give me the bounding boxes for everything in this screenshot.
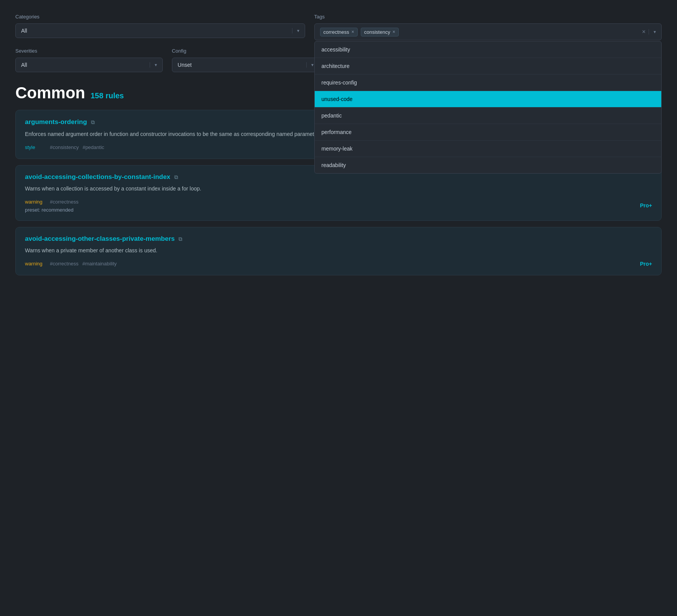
rule-header-2: avoid-accessing-collections-by-constant-… [25,173,652,181]
severity-badge-style: style [25,144,46,151]
severities-label: Severities [15,48,163,54]
preset-recommended: preset: recommended [25,207,73,213]
rule-tags-row-3: warning #correctness #maintainability [25,260,117,267]
categories-filter-group: Categories All ▾ [15,14,305,40]
tag-chip-correctness: correctness × [320,28,358,36]
rules-count: 158 rules [91,91,124,100]
tag-maintainability: #maintainability [82,261,117,267]
tag-pedantic: #pedantic [83,144,104,150]
categories-select[interactable]: All ▾ [15,23,305,38]
tags-filter-group: Tags correctness × consistency × × ▾ [314,14,662,40]
tag-correctness-remove[interactable]: × [352,29,354,35]
copy-icon-avoid-private-members[interactable]: ⧉ [178,236,182,242]
filters-row-1: Categories All ▾ Tags correctness × cons… [15,14,662,40]
rule-footer-3: warning #correctness #maintainability Pr… [25,260,652,267]
severity-badge-warning-2: warning [25,260,46,267]
dropdown-item-pedantic[interactable]: pedantic [315,108,661,124]
config-select[interactable]: Unset ▾ [172,58,319,72]
page-container: Categories All ▾ Tags correctness × cons… [0,0,677,295]
dropdown-item-requires-config[interactable]: requires-config [315,75,661,91]
rule-name-arguments-ordering[interactable]: arguments-ordering [25,118,87,126]
rule-description-avoid-collections: Warns when a collection is accessed by a… [25,185,652,193]
tag-consistency-label: consistency [364,29,390,35]
rule-name-avoid-collections[interactable]: avoid-accessing-collections-by-constant-… [25,173,170,181]
copy-icon-avoid-collections[interactable]: ⧉ [174,174,178,180]
tags-input-box[interactable]: correctness × consistency × × ▾ [314,23,662,40]
severities-chevron-icon: ▾ [150,62,157,68]
tags-label: Tags [314,14,662,20]
dropdown-item-architecture[interactable]: architecture [315,58,661,75]
tags-filter-wrapper: correctness × consistency × × ▾ accessib… [314,23,662,40]
tags-clear-all-icon[interactable]: × [642,28,646,35]
rule-card-avoid-private-members: avoid-accessing-other-classes-private-me… [15,227,662,275]
rule-name-avoid-private-members[interactable]: avoid-accessing-other-classes-private-me… [25,235,175,243]
tags-dropdown: accessibility architecture requires-conf… [314,41,662,174]
severities-select[interactable]: All ▾ [15,58,163,72]
rule-name-row-1: arguments-ordering ⧉ [25,118,95,126]
copy-icon-arguments-ordering[interactable]: ⧉ [91,119,95,126]
dropdown-item-performance[interactable]: performance [315,124,661,141]
rule-header-3: avoid-accessing-other-classes-private-me… [25,235,652,243]
tag-correctness-label: correctness [324,29,349,35]
severity-badge-warning-1: warning [25,198,46,205]
tag-consistency: #consistency [50,144,79,150]
tag-chip-consistency: consistency × [361,28,399,36]
pro-badge-3: Pro+ [640,261,652,267]
tags-chevron-icon[interactable]: ▾ [649,29,656,35]
categories-label: Categories [15,14,305,20]
categories-value: All [21,28,27,34]
section-title: Common [15,84,85,102]
categories-chevron-icon: ▾ [292,28,299,33]
rule-description-avoid-private-members: Warns when a private member of another c… [25,247,652,255]
tag-correctness-1: #correctness [50,199,78,205]
config-value: Unset [178,62,192,68]
rule-name-row-3: avoid-accessing-other-classes-private-me… [25,235,182,243]
severities-value: All [21,62,27,68]
config-filter-group: Config Unset ▾ [172,48,319,72]
dropdown-item-readability[interactable]: readability [315,157,661,173]
pro-badge-2: Pro+ [640,202,652,209]
tags-actions: × ▾ [642,28,656,35]
rule-tags-row-1: style #consistency #pedantic [25,144,104,151]
dropdown-item-accessibility[interactable]: accessibility [315,41,661,58]
config-label: Config [172,48,319,54]
config-chevron-icon: ▾ [306,62,314,68]
dropdown-item-memory-leak[interactable]: memory-leak [315,141,661,157]
tag-correctness-2: #correctness [50,261,78,267]
tag-consistency-remove[interactable]: × [393,29,395,35]
rule-name-row-2: avoid-accessing-collections-by-constant-… [25,173,178,181]
rule-footer-2: warning#correctness preset: recommended … [25,198,652,213]
severities-filter-group: Severities All ▾ [15,48,163,72]
dropdown-item-unused-code[interactable]: unused-code [315,91,661,108]
rule-tags-row-2: warning#correctness preset: recommended [25,198,78,213]
